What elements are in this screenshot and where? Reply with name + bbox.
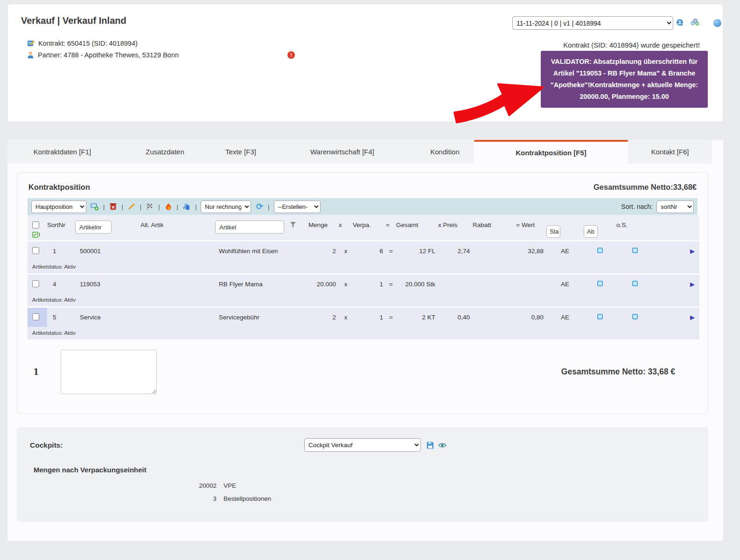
article-status-label: Artikelstatus: Aktiv	[28, 327, 699, 339]
save-icon[interactable]	[426, 442, 434, 449]
page-title: Verkauf | Verkauf Inland	[21, 15, 126, 26]
table-row: 4119053RB Flyer Mama20.000x1=20.000 StkA…	[28, 273, 699, 294]
cell-eq-sign: =	[386, 306, 396, 327]
row-select-checkbox[interactable]	[32, 313, 39, 320]
cell-gesamt: 12 FL	[396, 240, 438, 261]
position-note-textarea[interactable]	[61, 350, 157, 394]
status-filter-box[interactable]: Sta	[546, 225, 560, 238]
red-highlight-arrow	[450, 73, 551, 125]
cell-filter	[290, 306, 308, 327]
cell-wert: 32,88	[516, 240, 546, 261]
header-sortnr: SortNr	[47, 215, 75, 240]
cell-sortnr: 1	[47, 240, 75, 261]
settings-gears-icon[interactable]: ⚙⚙⚙	[691, 19, 700, 27]
row-select-checkbox[interactable]	[32, 280, 39, 287]
delete-position-icon[interactable]	[109, 202, 117, 211]
row-expand-arrow[interactable]: ▶	[690, 314, 695, 321]
tab-kondition[interactable]: Kondition	[416, 140, 474, 164]
partner-person-icon	[27, 51, 34, 59]
header-os: o.S.	[616, 215, 654, 240]
cockpit-select[interactable]: Cockpit Verkauf	[304, 438, 421, 452]
toolbar-separator	[158, 202, 160, 211]
ab-checkbox[interactable]	[597, 281, 603, 286]
kontraktposition-panel: Kontraktposition Gesamtsumme Netto:33,68…	[17, 172, 708, 414]
toolbar-separator	[140, 202, 141, 211]
row-select-cell	[28, 273, 47, 294]
cell-wert: 0,80	[516, 306, 546, 327]
position-type-select[interactable]: Hauptposition	[31, 200, 86, 213]
row-select-checkbox[interactable]	[32, 247, 39, 254]
article-status-row: Artikelstatus: Aktiv	[28, 294, 699, 306]
article-status-label: Artikelstatus: Aktiv	[28, 294, 699, 306]
cell-sortnr: 4	[47, 273, 75, 294]
header-ab-cell: Ab	[584, 215, 616, 240]
tab-kontraktdaten[interactable]: Kontraktdaten [F1]	[7, 140, 117, 164]
cell-rabatt	[473, 240, 516, 261]
cell-artikelnr: 500001	[75, 240, 140, 261]
article-status-label: Artikelstatus: Aktiv	[28, 261, 699, 273]
select-all-checkbox[interactable]	[32, 221, 39, 228]
cell-gesamt: 2 KT	[396, 306, 438, 327]
contact-refresh-icon[interactable]	[676, 19, 684, 27]
toolbar-separator	[268, 202, 269, 211]
artikelnr-filter-input[interactable]	[75, 221, 112, 234]
ab-checkbox[interactable]	[597, 314, 603, 319]
version-select[interactable]: 11-11-2024 | 0 | v1 | 4018994	[512, 16, 673, 30]
flame-icon[interactable]	[164, 202, 173, 211]
tab-texte[interactable]: Texte [F3]	[213, 140, 269, 164]
os-checkbox[interactable]	[632, 281, 638, 286]
cell-mult-sign: x	[339, 273, 353, 294]
cell-gesamt: 20.000 Stk	[396, 273, 438, 294]
create-select[interactable]: --Erstellen-	[274, 200, 321, 213]
cell-artikel: Servicegebühr	[215, 306, 290, 327]
row-expand-arrow[interactable]: ▶	[690, 248, 695, 255]
header-preis: x Preis	[438, 215, 473, 240]
row-expand-arrow[interactable]: ▶	[690, 281, 695, 288]
tabbar: Kontraktdaten [F1] Zusatzdaten Texte [F3…	[7, 140, 723, 164]
os-checkbox[interactable]	[632, 248, 638, 253]
article-status-row: Artikelstatus: Aktiv	[28, 327, 699, 339]
cell-arrow: ▶	[654, 306, 699, 327]
error-exclamation-icon: !	[287, 51, 295, 59]
cell-menge: 20.000	[308, 273, 339, 294]
article-status-row: Artikelstatus: Aktiv	[28, 261, 699, 273]
tab-kontraktposition[interactable]: Kontraktposition [F5]	[474, 140, 628, 164]
cell-rabatt	[473, 273, 516, 294]
cell-ab	[584, 240, 616, 261]
copy-position-icon[interactable]	[182, 202, 191, 211]
finish-flag-icon[interactable]	[146, 202, 154, 211]
cell-sortnr: 5	[47, 306, 75, 327]
cell-preis	[438, 273, 473, 294]
cell-status: AE	[546, 273, 584, 294]
edit-pencil-icon[interactable]	[127, 202, 136, 211]
eye-preview-icon[interactable]	[438, 442, 447, 448]
refresh-icon[interactable]: ⟳	[255, 202, 264, 211]
position-toolbar: Hauptposition	[28, 198, 698, 215]
globe-sphere-icon[interactable]	[713, 19, 721, 27]
cell-preis: 2,74	[438, 240, 473, 261]
tab-warenwirtschaft[interactable]: Warenwirtschaft [F4]	[269, 140, 416, 164]
header-menge: Menge	[308, 215, 339, 240]
footer-total-netto: Gesamtsumme Netto: 33,68 €	[561, 367, 691, 377]
header-filter-cell	[290, 215, 308, 240]
cockpits-panel: Cockpits: Cockpit Verkauf Mengen nach Ve…	[17, 427, 708, 522]
tab-kontakt[interactable]: Kontakt [F6]	[628, 140, 712, 164]
cell-mult-sign: x	[339, 306, 353, 327]
tab-zusatzdaten[interactable]: Zusatzdaten	[117, 140, 213, 164]
artikel-filter-input[interactable]	[215, 221, 284, 234]
filter-funnel-icon[interactable]	[290, 221, 296, 228]
saved-message: Kontrakt (SID: 4018994) wurde gespeicher…	[563, 41, 700, 49]
invoice-filter-select[interactable]: Nur rechnung	[201, 200, 251, 213]
header-alt-artikel: Alt. Artik	[140, 215, 215, 240]
os-checkbox[interactable]	[632, 314, 638, 319]
ab-filter-box[interactable]: Ab	[584, 225, 598, 238]
sort-select[interactable]: sortNr	[656, 200, 694, 213]
ab-checkbox[interactable]	[597, 248, 603, 253]
vpe-stats: 20002 VPE 3 Bestellpositionen	[30, 482, 695, 502]
table-row: 1500001Wohlfühlen mit Eisen2x6=12 FL2,74…	[28, 240, 699, 261]
add-position-icon[interactable]	[91, 202, 99, 211]
toolbar-separator	[103, 202, 105, 211]
header-eq-sign: =	[386, 215, 396, 240]
stat-value-vpe: 20002	[30, 482, 216, 489]
check-all-icon[interactable]: ✔	[32, 232, 38, 238]
